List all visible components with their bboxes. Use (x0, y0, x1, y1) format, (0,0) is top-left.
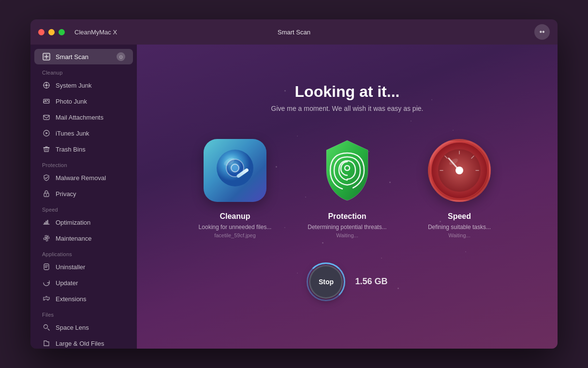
sidebar-item-extensions[interactable]: Extensions (34, 291, 133, 307)
malware-removal-label: Malware Removal (56, 174, 106, 182)
privacy-label: Privacy (56, 190, 76, 198)
app-window: CleanMyMac X Smart Scan •• Smart Scan ⊙ (30, 19, 558, 349)
malware-removal-icon (42, 173, 51, 182)
photo-junk-label: Photo Junk (56, 98, 87, 105)
sidebar-item-malware-removal[interactable]: Malware Removal (34, 170, 133, 185)
traffic-lights (38, 29, 65, 35)
scan-subheading: Give me a moment. We all wish it was eas… (271, 105, 424, 112)
privacy-icon (42, 189, 51, 198)
large-old-files-label: Large & Old Files (56, 340, 104, 347)
space-lens-icon (42, 323, 51, 332)
sidebar-item-smart-scan[interactable]: Smart Scan ⊙ (34, 49, 133, 64)
sidebar-item-maintenance[interactable]: Maintenance (34, 230, 133, 246)
section-label-speed: Speed (30, 202, 137, 214)
sidebar-item-space-lens[interactable]: Space Lens (34, 320, 133, 335)
optimization-icon (42, 218, 51, 227)
trash-bins-icon (42, 145, 51, 153)
smart-scan-icon (42, 52, 51, 61)
space-lens-label: Space Lens (56, 324, 89, 331)
svg-point-25 (456, 167, 463, 174)
app-name-label: CleanMyMac X (74, 29, 117, 36)
svg-point-8 (46, 238, 47, 239)
gauge-svg (430, 141, 488, 199)
speed-icon-wrap (426, 137, 493, 204)
shield-svg (316, 137, 379, 204)
sidebar-item-optimization[interactable]: Optimization (34, 215, 133, 230)
svg-point-2 (45, 84, 48, 87)
cleanup-icon-wrap (201, 137, 269, 204)
protection-card-title: Protection (328, 212, 366, 221)
cards-row: Cleanup Looking for unneeded files... fa… (187, 137, 508, 238)
scan-size-label: 1.56 GB (355, 276, 387, 287)
sidebar-item-large-old-files[interactable]: Large & Old Files (34, 336, 133, 349)
sidebar-item-updater[interactable]: Updater (34, 275, 133, 291)
bottom-bar: Stop 1.56 GB (307, 262, 387, 311)
speed-gauge-icon (428, 139, 491, 202)
svg-rect-9 (44, 264, 49, 270)
maintenance-label: Maintenance (56, 235, 91, 242)
updater-icon (42, 278, 51, 287)
sidebar-item-photo-junk[interactable]: Photo Junk (34, 93, 133, 109)
main-panel: Looking at it... Give me a moment. We al… (137, 45, 558, 349)
titlebar-left: CleanMyMac X (70, 29, 117, 36)
sidebar-item-itunes-junk[interactable]: iTunes Junk (34, 125, 133, 141)
sidebar: Smart Scan ⊙ Cleanup System Junk (30, 45, 137, 349)
svg-point-14 (231, 164, 239, 172)
speed-card-substatus: Waiting... (448, 232, 470, 238)
maximize-button[interactable] (59, 29, 65, 35)
maintenance-icon (42, 234, 51, 243)
section-label-protection: Protection (30, 157, 137, 169)
sidebar-item-uninstaller[interactable]: Uninstaller (34, 259, 133, 275)
sidebar-item-trash-bins[interactable]: Trash Bins (34, 141, 133, 157)
mail-attachments-label: Mail Attachments (56, 114, 103, 121)
disk-svg (211, 146, 259, 195)
smart-scan-badge: ⊙ (117, 52, 125, 61)
protection-card: Protection Determining potential threats… (299, 137, 396, 238)
cleanup-card-substatus: facetile_59cf.jpeg (214, 232, 256, 238)
minimize-button[interactable] (48, 29, 55, 35)
section-label-applications: Applications (30, 246, 137, 259)
cleanup-card: Cleanup Looking for unneeded files... fa… (187, 137, 283, 238)
mail-attachments-icon (42, 113, 51, 122)
sidebar-item-system-junk[interactable]: System Junk (34, 77, 133, 93)
cleanup-disk-icon (204, 139, 266, 202)
section-label-files: Files (30, 307, 137, 319)
uninstaller-icon (42, 262, 51, 271)
svg-point-10 (44, 325, 48, 329)
main-content: Smart Scan ⊙ Cleanup System Junk (30, 45, 558, 349)
sidebar-item-mail-attachments[interactable]: Mail Attachments (34, 109, 133, 125)
itunes-junk-label: iTunes Junk (56, 130, 89, 137)
sidebar-item-privacy[interactable]: Privacy (34, 186, 133, 201)
itunes-junk-icon (42, 129, 51, 138)
stop-button-outer[interactable]: Stop (307, 262, 345, 301)
extensions-icon (42, 294, 51, 303)
speed-card-title: Speed (448, 212, 471, 221)
titlebar-center-title: Smart Scan (278, 29, 310, 36)
extensions-label: Extensions (56, 295, 87, 303)
close-button[interactable] (38, 29, 44, 35)
section-label-cleanup: Cleanup (30, 65, 137, 77)
system-junk-icon (42, 81, 51, 90)
titlebar: CleanMyMac X Smart Scan •• (30, 19, 558, 45)
speed-card: Speed Defining suitable tasks... Waiting… (411, 137, 508, 238)
updater-label: Updater (56, 279, 78, 287)
uninstaller-label: Uninstaller (56, 263, 85, 271)
cleanup-card-title: Cleanup (220, 212, 250, 221)
profile-button[interactable]: •• (534, 24, 550, 40)
cleanup-card-status: Looking for unneeded files... (199, 224, 272, 230)
photo-junk-icon (42, 97, 51, 106)
svg-point-7 (46, 194, 47, 195)
scan-heading: Looking at it... (295, 83, 400, 101)
protection-shield-icon (316, 139, 379, 202)
large-old-files-icon (42, 339, 51, 348)
svg-rect-4 (44, 115, 49, 120)
smart-scan-label: Smart Scan (56, 53, 88, 61)
trash-bins-label: Trash Bins (56, 146, 86, 153)
speed-card-status: Defining suitable tasks... (428, 224, 491, 230)
protection-card-status: Determining potential threats... (308, 224, 386, 230)
system-junk-label: System Junk (56, 82, 91, 89)
protection-icon-wrap (313, 137, 381, 204)
stop-button[interactable]: Stop (309, 265, 343, 299)
optimization-label: Optimization (56, 219, 90, 226)
protection-card-substatus: Waiting... (336, 232, 358, 238)
